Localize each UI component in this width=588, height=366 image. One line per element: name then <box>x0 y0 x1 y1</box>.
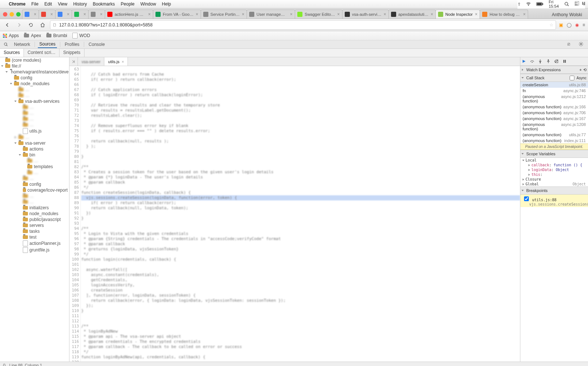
reload-button[interactable] <box>26 21 35 29</box>
devtab-network[interactable]: Network <box>12 41 32 48</box>
code-line[interactable]: }); <box>81 303 520 308</box>
back-button[interactable] <box>3 21 12 29</box>
breakpoint-item[interactable]: utils.js:88vjs.sessions.createSession(lo… <box>520 195 588 207</box>
folder-item[interactable]: config <box>0 75 69 81</box>
folder-item[interactable]: home/vagrant/instances/deve… <box>0 69 69 75</box>
code-line[interactable]: getCredentials, <box>81 278 520 283</box>
watch-header[interactable]: Watch Expressions+⟲ <box>520 66 588 74</box>
callstack-header[interactable]: Call StackAsync <box>520 74 588 82</box>
callstack-frame[interactable]: createSessionutils.js:88 <box>520 82 588 88</box>
apps-button[interactable]: Apps <box>3 33 19 38</box>
code-line[interactable] <box>81 360 520 362</box>
folder-item[interactable]: coverage/lcov-report <box>0 187 69 193</box>
code-line[interactable]: vjs.sessions.createSession(loginData, fu… <box>81 195 520 200</box>
code-line[interactable] <box>81 67 520 72</box>
menu-view[interactable]: View <box>58 1 67 7</box>
extension-icon-3[interactable]: ◉ <box>575 22 579 28</box>
devtab-profiles[interactable]: Profiles <box>63 41 81 48</box>
code-line[interactable]: return callback(null, results ); <box>81 139 520 144</box>
code-line[interactable]: } <box>81 216 520 221</box>
callstack-frame[interactable]: (anonymous function)utils.js:77 <box>520 132 588 138</box>
code-line[interactable]: if( error ) return callback(error); <box>81 77 520 82</box>
browser-tab[interactable]: × <box>39 10 55 19</box>
code-line[interactable]: * @param callback - The callback to be c… <box>81 344 520 349</box>
folder-item[interactable]: test <box>0 234 69 240</box>
folder-item[interactable]: node_modules <box>0 81 69 87</box>
code-editor[interactable]: 6364656667686970717273747576777879808182… <box>69 66 520 362</box>
scope-variable[interactable]: loginData: Object <box>520 167 588 172</box>
browser-tab[interactable]: × <box>22 10 39 19</box>
scope-variable[interactable]: this: <box>520 172 588 177</box>
folder-item[interactable]: … <box>0 110 69 116</box>
folder-item[interactable]: node_modules <box>0 211 69 217</box>
code-line[interactable]: // Retrieve the results and clear the te… <box>81 103 520 108</box>
wifi-icon[interactable] <box>526 1 531 7</box>
browser-tab[interactable]: × <box>72 10 89 19</box>
code-line[interactable]: */ <box>81 349 520 355</box>
code-line[interactable]: */ <box>81 252 520 257</box>
folder-item[interactable]: initializers <box>0 205 69 211</box>
callstack-frame[interactable]: (anonymous function)async.js:706 <box>520 110 588 116</box>
folder-item[interactable]: … <box>0 134 69 140</box>
folder-item[interactable]: … <box>0 175 69 181</box>
code-line[interactable]: * loginByAdNew <box>81 329 520 334</box>
pause-on-exceptions-button[interactable] <box>562 59 567 64</box>
bookmark-wod[interactable]: WOD <box>72 33 90 39</box>
tab-close-icon[interactable]: × <box>148 12 151 17</box>
tab-close-icon[interactable]: × <box>122 59 124 64</box>
code-line[interactable]: function loginByAdNew(api, credentials, … <box>81 355 520 360</box>
tab-close-icon[interactable]: × <box>290 12 293 17</box>
extension-icon-2[interactable]: ◯ <box>567 22 571 28</box>
pause-icon[interactable] <box>581 1 586 6</box>
callstack-frame[interactable]: (anonymous function)async.js:1208 <box>520 122 588 132</box>
tab-close-icon[interactable]: × <box>384 12 386 17</box>
folder-item[interactable]: tasks <box>0 228 69 234</box>
code-line[interactable]: } <box>81 154 520 159</box>
file-item[interactable]: actionPlanner.js <box>0 240 69 247</box>
bookmark-folder-apex[interactable]: Apex <box>24 33 41 38</box>
code-line[interactable]: /** <box>81 226 520 231</box>
app-name[interactable]: Chrome <box>9 1 25 7</box>
code-line[interactable]: // Catch bad errors from Cache <box>81 72 520 77</box>
window-minimize-button[interactable] <box>10 12 14 17</box>
menu-help[interactable]: Help <box>162 1 171 7</box>
devtab-sources[interactable]: Sources <box>38 41 57 48</box>
code-line[interactable] <box>81 262 520 267</box>
screenshare-icon[interactable]: ⇪ <box>517 2 521 7</box>
home-button[interactable] <box>38 21 47 29</box>
battery-icon[interactable] <box>536 2 544 6</box>
clock[interactable]: Fri 15:54 <box>549 0 559 8</box>
code-line[interactable]: function login(credentials, callback) { <box>81 257 520 262</box>
code-line[interactable]: resultsLabel.clear(); <box>81 113 520 118</box>
toggle-drawer-icon[interactable]: ⎚ <box>566 41 575 48</box>
code-line[interactable]: async.constant(credentials), <box>81 272 520 278</box>
folder-item[interactable]: … <box>0 87 69 93</box>
code-line[interactable]: * @param callback <box>81 242 520 247</box>
async-checkbox[interactable] <box>570 76 574 80</box>
tab-close-icon[interactable]: × <box>242 12 244 17</box>
srctab-sources[interactable]: Sources <box>0 49 24 57</box>
code-line[interactable]: if( error ) return callback(error); <box>81 200 520 206</box>
folder-item[interactable]: public/javascript <box>0 217 69 222</box>
browser-tab[interactable]: actionHero.js D…× <box>105 10 153 19</box>
code-line[interactable]: * Login to Vista with the given credenti… <box>81 231 520 236</box>
code-line[interactable]: async.waterfall([ <box>81 267 520 272</box>
code-line[interactable]: * @param callback <box>81 180 520 185</box>
folder-item[interactable]: … <box>0 199 69 205</box>
code-line[interactable]: function createSession(loginData, callba… <box>81 190 520 195</box>
browser-tab[interactable]: apexdatasoluti…× <box>388 10 436 19</box>
callstack-frame[interactable]: (anonymous function)async.js:1212 <box>520 94 588 104</box>
code-line[interactable]: if ( loginError ) return callback(loginE… <box>81 93 520 98</box>
browser-tab[interactable]: vsa-auth-servi…× <box>342 10 389 19</box>
refresh-watch-icon[interactable]: ⟲ <box>583 68 587 72</box>
tab-close-icon[interactable]: × <box>34 12 36 17</box>
devtab-console[interactable]: Console <box>87 41 106 48</box>
scope-global[interactable]: GlobalObject <box>520 182 588 186</box>
code-line[interactable]: createSession <box>81 288 520 293</box>
code-line[interactable] <box>81 149 520 154</box>
address-bar[interactable]: 🗋 127.0.0.1:8080/?ws=127.0.0.1:8080&port… <box>50 20 556 30</box>
code-line[interactable]: } ); <box>81 144 520 149</box>
folder-item[interactable]: templates <box>0 164 69 170</box>
code-line[interactable]: * @param api - The vsa-server api object <box>81 334 520 339</box>
folder-item[interactable]: servers <box>0 222 69 228</box>
